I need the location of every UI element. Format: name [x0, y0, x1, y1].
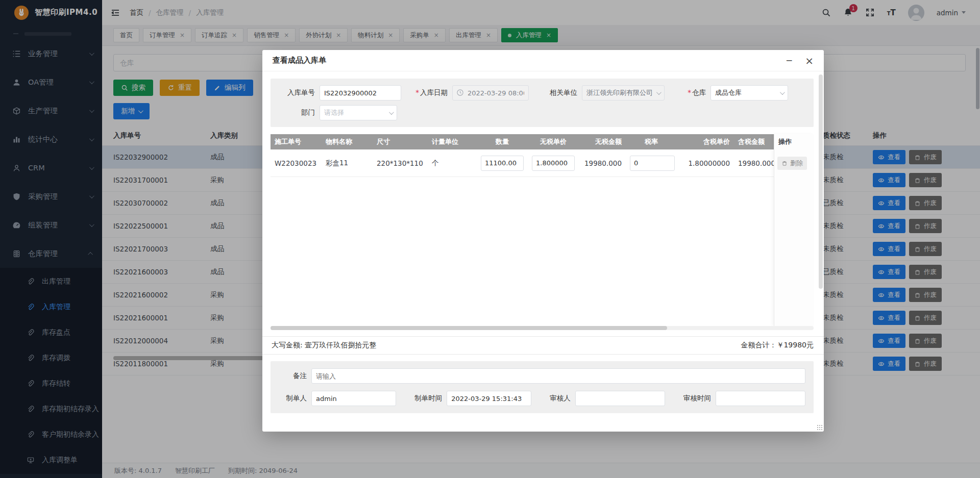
qty-input[interactable]: [481, 156, 524, 171]
auditor-label: 审核人: [550, 394, 575, 403]
auditor-input[interactable]: [575, 391, 665, 406]
detail-row: W22030023 彩盒11 220*130*110 个 19980.000 1…: [271, 149, 814, 177]
create-time-label: 制单时间: [414, 394, 447, 403]
required-star: *: [688, 88, 691, 96]
remark-panel: 备注 制单人 制单时间 审核人 审核时间: [271, 361, 814, 413]
modal-vertical-scrollbar[interactable]: [819, 74, 823, 429]
date-field[interactable]: [452, 85, 529, 100]
scrollbar-thumb[interactable]: [819, 74, 823, 289]
operation-column: 操作 删除: [774, 134, 814, 326]
detail-table: 施工单号 物料名称 尺寸 计量单位 数量 无税单价 无税金额 税率 含税单价 含…: [271, 134, 814, 330]
scrollbar-thumb[interactable]: [271, 326, 667, 330]
price-input[interactable]: [532, 156, 575, 171]
order-info-panel: 入库单号 *入库日期 相关单位 浙江领先印刷有限公司 *仓库 成品仓库: [271, 79, 814, 127]
creator-input[interactable]: [311, 391, 396, 406]
audit-time-input[interactable]: [716, 391, 805, 406]
work-no: W22030023: [271, 159, 322, 167]
department-select[interactable]: 请选择: [320, 105, 397, 120]
close-icon[interactable]: ×: [805, 56, 814, 66]
tax-rate-input[interactable]: [630, 156, 675, 171]
modal-body: 入库单号 *入库日期 相关单位 浙江领先印刷有限公司 *仓库 成品仓库: [262, 71, 824, 432]
chevron-down-icon: [389, 110, 394, 115]
remark-label: 备注: [279, 371, 311, 381]
size: 220*130*110: [373, 159, 428, 167]
creator-label: 制单人: [279, 394, 311, 403]
resize-handle[interactable]: [817, 424, 822, 430]
amount-summary: 大写金额: 壹万玖仟玖佰捌拾元整 金额合计：￥19980元: [262, 336, 824, 355]
view-inbound-order-modal: 查看成品入库单 − × 入库单号 *入库日期 相关单位 浙江领先印刷有限公司: [262, 50, 824, 432]
modal-horizontal-scrollbar[interactable]: [271, 326, 814, 330]
minimize-icon[interactable]: −: [786, 56, 793, 65]
warehouse-label: *仓库: [665, 88, 710, 97]
modal-title: 查看成品入库单: [273, 56, 326, 65]
date-label: *入库日期: [401, 88, 452, 97]
trash-icon: [781, 160, 788, 166]
audit-time-label: 审核时间: [683, 394, 716, 403]
chevron-down-icon: [656, 90, 662, 95]
tax-price: 1.80000000: [677, 159, 734, 167]
remark-input[interactable]: [311, 368, 805, 384]
measure-unit: 个: [428, 159, 477, 168]
required-star: *: [415, 88, 419, 96]
amount-in-words: 大写金额: 壹万玖仟玖佰捌拾元整: [272, 341, 376, 350]
chevron-down-icon: [780, 90, 785, 95]
order-no-label: 入库单号: [276, 88, 320, 97]
unit-label: 相关单位: [529, 88, 582, 97]
create-time-input[interactable]: [447, 391, 531, 406]
modal-header: 查看成品入库单 − ×: [262, 50, 824, 71]
order-no-input[interactable]: [320, 85, 401, 100]
unit-select[interactable]: 浙江领先印刷有限公司: [582, 85, 665, 100]
delete-row-button[interactable]: 删除: [777, 157, 807, 170]
department-label: 部门: [276, 108, 320, 117]
warehouse-select[interactable]: 成品仓库: [710, 85, 788, 100]
detail-table-header: 施工单号 物料名称 尺寸 计量单位 数量 无税单价 无税金额 税率 含税单价 含…: [271, 134, 814, 149]
amount-total: 金额合计：￥19980元: [741, 341, 814, 350]
material-name: 彩盒11: [322, 159, 373, 168]
clock-icon: [456, 89, 464, 96]
amount: 19980.000: [579, 159, 626, 167]
